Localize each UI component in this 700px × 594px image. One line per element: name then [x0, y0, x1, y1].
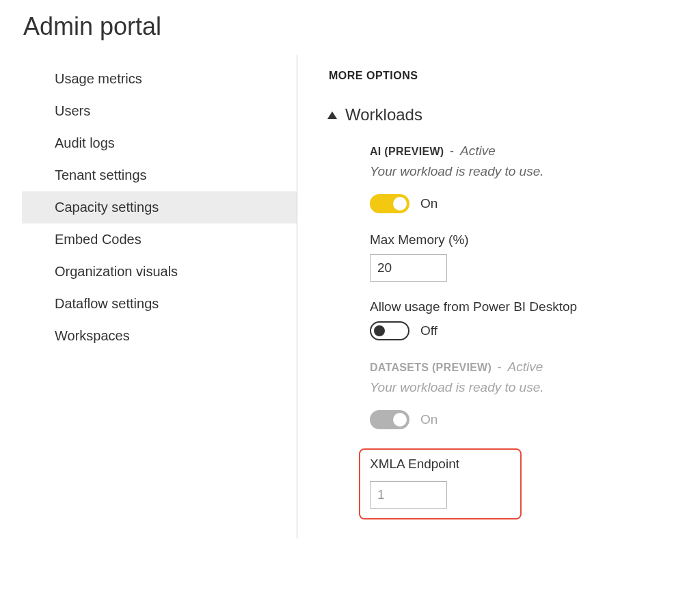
sidebar-item-workspaces[interactable]: Workspaces	[22, 320, 297, 352]
more-options-header: MORE OPTIONS	[329, 70, 577, 82]
allow-usage-toggle-row: Off	[370, 321, 577, 340]
xmla-highlight-box: XMLA Endpoint	[359, 448, 522, 519]
sidebar-item-audit-logs[interactable]: Audit logs	[22, 127, 297, 159]
workload-ai-toggle[interactable]	[370, 194, 409, 213]
workload-datasets-name: DATASETS (PREVIEW)	[370, 362, 492, 373]
allow-usage-toggle-label: Off	[420, 323, 438, 338]
sidebar-item-embed-codes[interactable]: Embed Codes	[22, 224, 297, 256]
content-wrapper: Usage metrics Users Audit logs Tenant se…	[0, 55, 700, 539]
workloads-title: Workloads	[345, 105, 422, 124]
workload-datasets-toggle-row: On	[370, 410, 577, 429]
workload-ai-name-row: AI (PREVIEW) - Active	[370, 144, 577, 159]
page-title: Admin portal	[0, 0, 700, 55]
sidebar-item-dataflow-settings[interactable]: Dataflow settings	[22, 288, 297, 320]
workload-datasets: DATASETS (PREVIEW) - Active Your workloa…	[329, 360, 577, 519]
allow-usage-field-group: Allow usage from Power BI Desktop Off	[370, 299, 577, 340]
sidebar-item-usage-metrics[interactable]: Usage metrics	[22, 63, 297, 95]
sidebar-item-organization-visuals[interactable]: Organization visuals	[22, 256, 297, 288]
workload-ai-name: AI (PREVIEW)	[370, 146, 444, 157]
dash-separator: -	[498, 360, 505, 374]
max-memory-input[interactable]	[370, 254, 447, 282]
sidebar: Usage metrics Users Audit logs Tenant se…	[22, 55, 297, 539]
allow-usage-toggle[interactable]	[370, 321, 409, 340]
workload-datasets-status: Active	[508, 360, 543, 374]
workload-ai-toggle-row: On	[370, 194, 577, 213]
max-memory-field-group: Max Memory (%)	[370, 232, 577, 282]
dash-separator: -	[450, 144, 457, 158]
xmla-endpoint-input[interactable]	[370, 481, 447, 509]
workload-ai-toggle-label: On	[420, 196, 438, 211]
workload-ai-status: Active	[460, 144, 496, 158]
workloads-collapse-header[interactable]: Workloads	[329, 105, 577, 124]
workload-datasets-name-row: DATASETS (PREVIEW) - Active	[370, 360, 577, 375]
workload-datasets-toggle-label: On	[420, 412, 438, 427]
sidebar-item-tenant-settings[interactable]: Tenant settings	[22, 159, 297, 191]
workload-ai: AI (PREVIEW) - Active Your workload is r…	[329, 144, 577, 340]
max-memory-label: Max Memory (%)	[370, 232, 577, 247]
sidebar-item-capacity-settings[interactable]: Capacity settings	[22, 191, 297, 224]
collapse-triangle-icon	[327, 111, 337, 119]
workload-datasets-toggle[interactable]	[370, 410, 409, 429]
allow-usage-label: Allow usage from Power BI Desktop	[370, 299, 577, 314]
workload-ai-desc: Your workload is ready to use.	[370, 164, 577, 179]
xmla-endpoint-label: XMLA Endpoint	[370, 457, 511, 472]
workload-datasets-desc: Your workload is ready to use.	[370, 380, 577, 395]
sidebar-item-users[interactable]: Users	[22, 95, 297, 127]
main-content: MORE OPTIONS Workloads AI (PREVIEW) - Ac…	[297, 55, 577, 539]
